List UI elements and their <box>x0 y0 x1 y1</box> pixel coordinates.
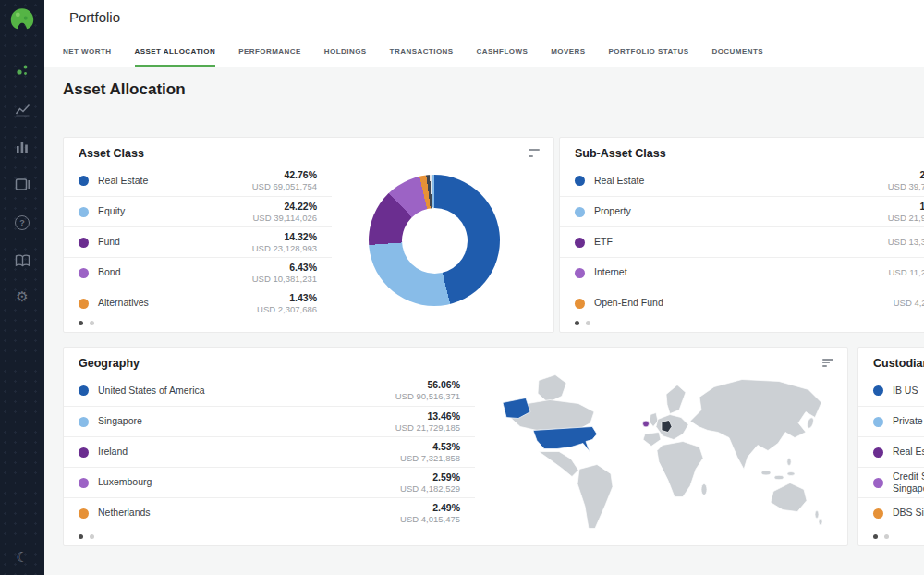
list-item[interactable]: DBS Singapore <box>858 497 924 528</box>
tab-bar: NET WORTH ASSET ALLOCATION PERFORMANCE H… <box>44 37 924 67</box>
list-item[interactable]: Credit Suisse Singapore <box>858 467 924 497</box>
map-europe <box>656 415 688 440</box>
bar-chart-icon[interactable] <box>0 137 44 155</box>
pagination-dots[interactable] <box>79 321 94 325</box>
custodian-legend: IB US Private Custody Real Estate Credit… <box>858 375 924 528</box>
list-item[interactable]: Fund 14.32%USD 23,128,993 <box>64 226 332 257</box>
list-item[interactable]: Real Estate 24.63%USD 39,712,846 <box>560 165 924 196</box>
list-item[interactable]: Equity 24.22%USD 39,114,026 <box>64 196 332 226</box>
list-item[interactable]: Netherlands 2.49%USD 4,015,475 <box>64 497 475 528</box>
map-island <box>787 472 795 476</box>
allocation-bubbles-icon[interactable] <box>0 61 44 80</box>
sort-icon[interactable] <box>529 149 541 159</box>
pagination-dots[interactable] <box>79 534 94 539</box>
pagination-dots[interactable] <box>873 534 889 539</box>
map-philippines <box>787 459 791 466</box>
legend-bullet <box>575 207 585 217</box>
legend-bullet <box>79 417 89 427</box>
cards-icon[interactable] <box>0 175 44 193</box>
legend-label: Alternatives <box>98 297 149 309</box>
list-item[interactable]: United States of America 56.06%USD 90,51… <box>64 375 475 406</box>
legend-percent: 14.32% <box>252 231 317 243</box>
dark-mode-moon-icon[interactable]: ☾ <box>0 547 44 566</box>
list-item[interactable]: Open-End Fund USD 4,268,511 <box>560 288 924 318</box>
map-australia <box>771 483 807 512</box>
legend-label: Real Estate <box>98 175 148 187</box>
map-greenland <box>538 375 566 403</box>
legend-label: Property <box>594 205 631 217</box>
legend-value: USD 23,128,993 <box>252 243 317 254</box>
portfolio-app: ? ⚙ ☾ Portfolio NET WORTH ASSET ALLOCATI… <box>0 0 924 575</box>
tab-transactions[interactable]: TRANSACTIONS <box>390 37 454 67</box>
custodian-card: Custodian IB US Private Custody Real Est… <box>857 347 924 546</box>
list-item[interactable]: IB US <box>858 375 924 406</box>
legend-percent: 24.63% <box>888 169 924 181</box>
legend-label: Ireland <box>98 446 128 458</box>
asset-class-card: Asset Class Real Estate 42.76%USD 69,051… <box>63 137 554 333</box>
tab-portfolio-status[interactable]: PORTFOLIO STATUS <box>609 37 689 67</box>
legend-percent: 6.43% <box>252 262 317 274</box>
settings-gear-icon[interactable]: ⚙ <box>0 287 44 305</box>
world-map-chart[interactable] <box>481 364 842 538</box>
legend-percent: 24.22% <box>252 201 317 213</box>
list-item[interactable]: Ireland 4.53%USD 7,321,858 <box>64 436 475 467</box>
pagination-dots[interactable] <box>575 321 590 325</box>
card-title: Asset Class <box>79 147 144 160</box>
map-japan <box>806 417 815 429</box>
list-item[interactable]: Real Estate 42.76%USD 69,051,754 <box>64 165 332 196</box>
legend-value: USD 7,321,858 <box>400 453 460 464</box>
legend-label: DBS Singapore <box>893 507 924 519</box>
list-item[interactable]: Luxembourg 2.59%USD 4,182,529 <box>64 467 475 497</box>
geography-legend: United States of America 56.06%USD 90,51… <box>64 375 475 528</box>
legend-label: Bond <box>98 266 121 278</box>
map-scandinavia <box>666 385 686 414</box>
legend-percent: 4.53% <box>400 441 460 453</box>
book-icon[interactable] <box>0 251 44 270</box>
app-logo-icon[interactable] <box>8 6 36 31</box>
tab-documents[interactable]: DOCUMENTS <box>711 37 763 67</box>
legend-label: United States of America <box>98 385 205 397</box>
legend-label: Real Estate <box>893 446 924 458</box>
tab-cashflows[interactable]: CASHFLOWS <box>477 37 529 67</box>
tab-performance[interactable]: PERFORMANCE <box>238 37 301 67</box>
tab-movers[interactable]: MOVERS <box>551 37 585 67</box>
map-island <box>761 471 771 475</box>
legend-bullet <box>873 447 883 458</box>
legend-label: ETF <box>594 236 613 248</box>
list-item[interactable]: Private Custody <box>858 406 924 436</box>
list-item[interactable]: Bond 6.43%USD 10,381,231 <box>64 257 332 288</box>
legend-label: Internet <box>594 266 627 278</box>
legend-bullet <box>79 268 89 278</box>
map-south-america <box>578 465 613 529</box>
legend-bullet <box>873 478 883 488</box>
map-new-zealand <box>819 519 822 525</box>
legend-value: USD 21,729,185 <box>395 422 460 434</box>
list-item[interactable]: Singapore 13.46%USD 21,729,185 <box>64 406 475 436</box>
legend-value: USD 2,307,686 <box>257 304 317 315</box>
legend-value: USD 4,268,511 <box>894 298 924 309</box>
asset-class-donut-chart[interactable] <box>369 175 500 306</box>
help-icon[interactable]: ? <box>0 214 44 232</box>
list-item[interactable]: Alternatives 1.43%USD 2,307,686 <box>64 288 332 318</box>
legend-percent: 2.59% <box>400 471 460 483</box>
tab-holdings[interactable]: HOLDINGS <box>324 37 367 67</box>
legend-value: USD 90,516,371 <box>395 391 460 402</box>
legend-bullet <box>79 508 89 519</box>
list-item[interactable]: ETF USD 13,342,705 <box>560 226 924 257</box>
legend-value: USD 13,342,705 <box>888 237 924 248</box>
list-item[interactable]: Property 13.58%USD 21,916,458 <box>560 196 924 226</box>
list-item[interactable]: Real Estate <box>858 436 924 467</box>
legend-percent: 1.43% <box>257 292 317 304</box>
legend-bullet <box>79 238 89 248</box>
legend-percent: 13.46% <box>395 410 460 422</box>
legend-bullet <box>575 238 585 248</box>
sidebar: ? ⚙ ☾ <box>0 0 44 575</box>
legend-label: Fund <box>98 236 120 248</box>
tab-net-worth[interactable]: NET WORTH <box>63 37 112 67</box>
map-asia <box>690 380 821 470</box>
list-item[interactable]: Internet USD 11,238,996 <box>560 257 924 288</box>
line-chart-icon[interactable] <box>0 100 44 118</box>
map-new-zealand <box>815 511 819 519</box>
tab-asset-allocation[interactable]: ASSET ALLOCATION <box>135 37 216 67</box>
card-title: Sub-Asset Class <box>575 147 666 160</box>
